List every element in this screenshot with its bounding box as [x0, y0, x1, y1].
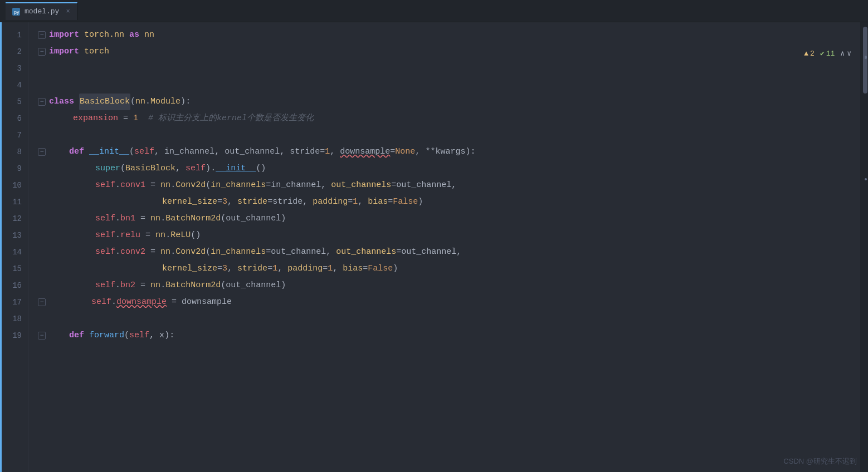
- line-num-13: 13: [0, 227, 28, 244]
- warning-count: 2: [810, 50, 815, 58]
- left-accent: [0, 22, 2, 472]
- code-line-10: self . conv1 = nn . Conv2d ( in_channels…: [29, 177, 868, 194]
- up-arrow-icon[interactable]: ∧: [840, 49, 845, 58]
- fold-12-empty: [38, 210, 53, 227]
- line-num-9: 9: [0, 160, 28, 177]
- code-line-5: − class BasicBlock ( nn . Module ) :: [29, 94, 868, 110]
- line-num-18: 18: [0, 311, 28, 327]
- code-line-8: − def __init__ ( self , in_channel , out…: [29, 144, 868, 160]
- svg-text:py: py: [14, 9, 19, 15]
- fold-18-empty: [38, 311, 53, 327]
- ok-count: 11: [826, 50, 835, 58]
- kw-as-1: as: [129, 27, 139, 43]
- ok-indicator[interactable]: ✔ 11: [820, 49, 835, 58]
- fold-13-empty: [38, 227, 53, 244]
- nav-arrows[interactable]: ∧ ∨: [840, 49, 851, 58]
- line-num-12: 12: [0, 210, 28, 227]
- kw-import-1: import: [49, 27, 79, 43]
- fold-4-empty: [38, 77, 53, 94]
- line-num-4: 4: [0, 77, 28, 94]
- line-num-14: 14: [0, 244, 28, 260]
- top-indicators: ▲ 2 ✔ 11 ∧ ∨: [804, 49, 851, 58]
- scrollbar-marker-1: [865, 56, 867, 59]
- scrollbar-thumb[interactable]: [863, 27, 867, 94]
- scrollbar-marker-2: [865, 178, 867, 180]
- warning-indicator[interactable]: ▲ 2: [804, 50, 815, 58]
- fold-9-empty: [38, 160, 53, 177]
- watermark: CSDN @研究生不迟到: [783, 456, 857, 466]
- kw-import-2: import: [49, 43, 79, 60]
- line-num-19: 19: [0, 327, 28, 344]
- code-line-4: [29, 77, 868, 94]
- fold-1[interactable]: −: [38, 31, 49, 39]
- mod-torch-nn: torch.nn: [84, 27, 124, 43]
- fold-2[interactable]: −: [38, 48, 49, 56]
- fold-5[interactable]: −: [38, 98, 49, 106]
- line-num-2: 2: [0, 43, 28, 60]
- line-num-10: 10: [0, 177, 28, 194]
- alias-nn: nn: [144, 27, 154, 43]
- line-num-15: 15: [0, 260, 28, 277]
- fold-10-empty: [38, 177, 53, 194]
- code-line-12: self . bn1 = nn . BatchNorm2d ( out_chan…: [29, 210, 868, 227]
- code-container: 1 2 3 4 5 6 7 8 9 10 11 12 13 14 15 16 1…: [0, 22, 868, 472]
- fold-19[interactable]: −: [38, 332, 49, 340]
- line-num-3: 3: [0, 60, 28, 77]
- line-num-11: 11: [0, 194, 28, 210]
- code-line-13: self . relu = nn . ReLU (): [29, 227, 868, 244]
- warning-icon: ▲: [804, 50, 808, 58]
- mod-torch: torch: [84, 43, 109, 60]
- fold-17[interactable]: −: [38, 298, 49, 306]
- class-basicblock: BasicBlock: [79, 94, 130, 110]
- scrollbar-track[interactable]: [860, 22, 868, 472]
- line-num-5: 5: [0, 94, 28, 110]
- python-icon: py: [12, 8, 20, 16]
- fold-16-empty: [38, 277, 53, 294]
- ok-icon: ✔: [820, 49, 825, 58]
- title-bar: py model.py ×: [0, 0, 868, 22]
- code-line-2: − import torch: [29, 43, 868, 60]
- fold-6-empty: [38, 110, 53, 127]
- line-num-7: 7: [0, 127, 28, 144]
- fold-8[interactable]: −: [38, 148, 49, 156]
- kw-class: class: [49, 94, 74, 110]
- fold-15-empty: [38, 260, 53, 277]
- fold-7-empty: [38, 127, 53, 144]
- tab-model-py[interactable]: py model.py ×: [6, 2, 77, 20]
- code-line-3: [29, 60, 868, 77]
- editor: ▲ 2 ✔ 11 ∧ ∨ 1 2 3 4 5 6 7 8 9 10 11 12 …: [0, 22, 868, 472]
- code-area[interactable]: − import torch.nn as nn − import torch: [29, 22, 868, 472]
- line-num-17: 17: [0, 294, 28, 311]
- code-line-6: expansion = 1 # 标识主分支上的kernel个数是否发生变化: [29, 110, 868, 127]
- down-arrow-icon[interactable]: ∨: [847, 49, 851, 58]
- tab-close-icon[interactable]: ×: [66, 8, 70, 16]
- line-num-8: 8: [0, 144, 28, 160]
- code-line-7: [29, 127, 868, 144]
- code-line-17: − self . downsample = downsample: [29, 294, 868, 311]
- line-num-6: 6: [0, 110, 28, 127]
- line-num-16: 16: [0, 277, 28, 294]
- code-line-14: self . conv2 = nn . Conv2d ( in_channels…: [29, 244, 868, 260]
- code-line-15: kernel_size = 3 , stride = 1 , padding =…: [29, 260, 868, 277]
- code-line-16: self . bn2 = nn . BatchNorm2d ( out_chan…: [29, 277, 868, 294]
- tab-filename: model.py: [25, 7, 59, 16]
- code-line-9: super ( BasicBlock , self ) . __init__ (…: [29, 160, 868, 177]
- fold-14-empty: [38, 244, 53, 260]
- code-line-18: [29, 311, 868, 327]
- line-numbers: 1 2 3 4 5 6 7 8 9 10 11 12 13 14 15 16 1…: [0, 22, 29, 472]
- fold-3-empty: [38, 60, 53, 77]
- code-line-11: kernel_size = 3 , stride = stride , padd…: [29, 194, 868, 210]
- line-num-1: 1: [0, 27, 28, 43]
- fold-11-empty: [38, 194, 53, 210]
- code-line-19: − def forward ( self , x ) :: [29, 327, 868, 344]
- code-line-1: − import torch.nn as nn: [29, 27, 868, 43]
